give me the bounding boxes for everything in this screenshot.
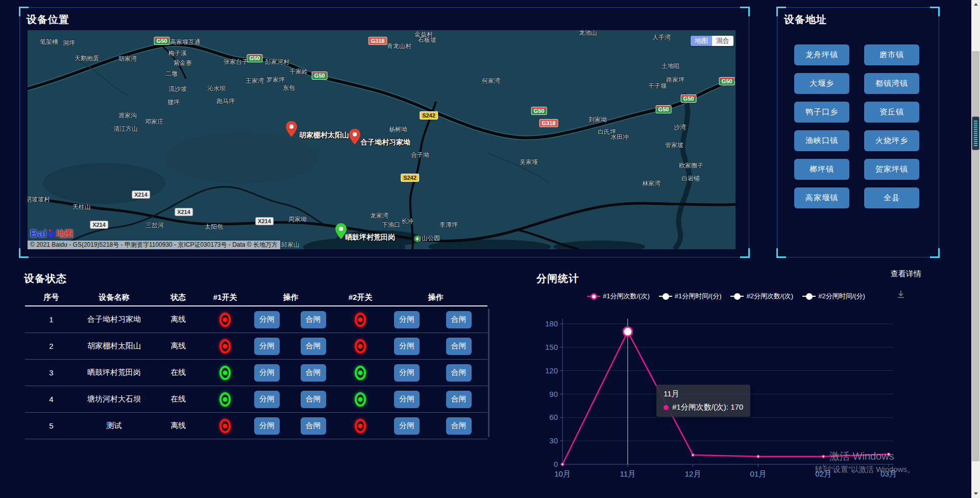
open-switch-button[interactable]: 分闸 [254, 417, 280, 435]
park-icon [414, 235, 421, 244]
map-place-label: 东包 [283, 84, 295, 92]
svg-text:150: 150 [545, 343, 558, 351]
device-status: 在线 [151, 394, 206, 404]
switch-indicator-red [219, 339, 231, 353]
open-switch-button[interactable]: 分闸 [254, 338, 280, 355]
map-place-label: 土地咀 [662, 62, 680, 70]
open-switch-button[interactable]: 分闸 [394, 391, 420, 408]
close-switch-button[interactable]: 合闸 [446, 338, 472, 355]
open-switch-button[interactable]: 分闸 [394, 364, 420, 382]
svg-text:60: 60 [549, 413, 558, 421]
open-switch-button[interactable]: 分闸 [254, 311, 280, 328]
map-type-hybrid-button[interactable]: 混合 [712, 36, 733, 46]
open-switch-button[interactable]: 分闸 [254, 391, 280, 408]
operation-cell: 合闸 [430, 311, 487, 328]
scrollbar-up-arrow[interactable] [971, 0, 980, 9]
baidu-map[interactable]: 笔架槽洞坪天鹅抱蛋胡家湾高家堰互通梅子溪紫金寨二墩张家台子彭家河村千家岭王家湾罗… [28, 30, 736, 249]
scrollbar-thumb[interactable] [972, 51, 979, 461]
map-copyright: © 2021 Baidu - GS(2019)5218号 - 甲测资字11009… [28, 241, 280, 249]
view-details-link[interactable]: 查看详情 [891, 269, 921, 279]
map-place-label: 邱家山 [281, 241, 300, 249]
close-switch-button[interactable]: 合闸 [301, 364, 326, 382]
close-switch-button[interactable]: 合闸 [446, 311, 472, 328]
svg-text:0: 0 [554, 460, 558, 468]
column-header: #1开关 [206, 293, 244, 302]
road-badge-g318: G318 [540, 120, 558, 127]
address-button[interactable]: 高家堰镇 [794, 187, 849, 208]
map-place-label: 清江方山 [113, 125, 138, 133]
map-place-label: 何家湾 [482, 77, 500, 85]
address-button[interactable]: 榔坪镇 [794, 159, 849, 180]
map-place-label: 刘家坳 [589, 115, 607, 124]
map-place-label: 李潭坪 [439, 221, 458, 229]
road-badge-x214: X214 [132, 191, 150, 198]
column-header: 操作 [244, 293, 337, 302]
svg-text:01月: 01月 [750, 469, 767, 478]
svg-text:90: 90 [549, 390, 558, 398]
table-scrollbar[interactable] [488, 309, 489, 437]
close-switch-button[interactable]: 合闸 [446, 364, 472, 382]
status-table: 序号设备名称状态#1开关操作#2开关操作 1合子坳村习家坳离线分闸合闸分闸合闸2… [25, 289, 487, 439]
open-switch-button[interactable]: 分闸 [394, 338, 420, 355]
switch-indicator-cell [206, 366, 244, 380]
address-button[interactable]: 全县 [864, 187, 919, 208]
road-badge-x214: X214 [256, 218, 273, 225]
operation-cell: 合闸 [289, 391, 337, 408]
road-badge-g50: G50 [720, 78, 734, 85]
close-switch-button[interactable]: 合闸 [301, 338, 326, 355]
row-index: 1 [25, 315, 78, 324]
map-pin-label: 胡家棚村太阳山 [299, 131, 349, 140]
map-place-label: 梅子溪 [168, 49, 187, 58]
operation-cell: 合闸 [289, 311, 337, 328]
map-place-label: 跑马坪 [216, 97, 235, 106]
map-place-label: 天柱山 [72, 203, 91, 211]
switch-indicator-green [355, 392, 366, 407]
address-button[interactable]: 鸭子口乡 [794, 102, 849, 123]
map-pin-marker[interactable] [286, 121, 297, 137]
address-button[interactable]: 贺家坪镇 [864, 159, 919, 180]
map-type-map-button[interactable]: 地图 [691, 36, 712, 46]
page-scrollbar[interactable] [971, 0, 980, 498]
map-place-label: 二墩 [165, 69, 178, 78]
address-button[interactable]: 都镇湾镇 [864, 73, 919, 94]
section-title-switch-stats: 分闸统计 [536, 272, 579, 286]
address-button[interactable]: 资丘镇 [864, 102, 919, 123]
close-switch-button[interactable]: 合闸 [446, 417, 472, 435]
address-button[interactable]: 火烧坪乡 [864, 130, 919, 151]
address-button[interactable]: 龙舟坪镇 [794, 44, 849, 65]
table-row: 3晒鼓坪村荒田岗在线分闸合闸分闸合闸 [25, 360, 487, 386]
map-pin-marker[interactable] [349, 129, 360, 145]
map-place-label: 长冲 [401, 217, 413, 226]
address-button[interactable]: 渔峡口镇 [794, 130, 849, 151]
table-row: 4塘坊河村大石坝在线分闸合闸分闸合闸 [25, 386, 487, 413]
close-switch-button[interactable]: 合闸 [301, 417, 326, 435]
map-place-label: 下渔口 [382, 221, 400, 229]
open-switch-button[interactable]: 分闸 [394, 311, 420, 328]
open-switch-button[interactable]: 分闸 [254, 364, 280, 382]
open-switch-button[interactable]: 分闸 [394, 417, 420, 435]
operation-cell: 分闸 [384, 364, 430, 382]
operation-cell: 分闸 [244, 311, 289, 328]
road-badge-s242: S242 [401, 174, 419, 181]
map-label-layer: 笔架槽洞坪天鹅抱蛋胡家湾高家堰互通梅子溪紫金寨二墩张家台子彭家河村千家岭王家湾罗… [28, 30, 736, 249]
address-button[interactable]: 磨市镇 [864, 44, 919, 65]
corner-decoration [776, 248, 786, 258]
svg-text:30: 30 [549, 436, 558, 445]
operation-cell: 合闸 [289, 338, 337, 355]
close-switch-button[interactable]: 合闸 [446, 391, 472, 408]
scrollbar-down-arrow[interactable] [971, 489, 980, 498]
map-place-label: 石板坡 [418, 36, 436, 44]
address-button[interactable]: 大堰乡 [794, 73, 849, 94]
switch-indicator-red [219, 419, 231, 433]
map-place-label: 龙家湾 [370, 211, 388, 220]
column-header: 序号 [25, 293, 78, 302]
table-row: 2胡家棚村太阳山离线分闸合闸分闸合闸 [25, 333, 487, 360]
close-switch-button[interactable]: 合闸 [301, 391, 326, 408]
map-place-label: 欧家圈子 [679, 161, 703, 170]
operation-cell: 合闸 [430, 338, 487, 355]
map-place-label: 紫金寨 [174, 59, 192, 67]
device-name: 合子坳村习家坳 [78, 315, 151, 324]
column-header: 操作 [384, 293, 487, 302]
svg-text:120: 120 [545, 366, 558, 375]
close-switch-button[interactable]: 合闸 [301, 311, 326, 328]
